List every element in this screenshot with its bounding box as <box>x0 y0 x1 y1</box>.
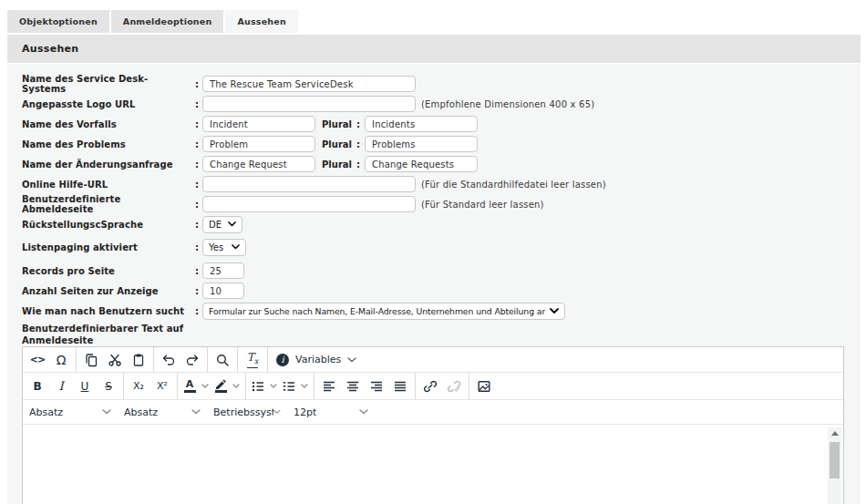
tab-anmeldeoptionen[interactable]: Anmeldeoptionen <box>111 10 224 33</box>
numbered-list-icon <box>282 379 296 394</box>
toolbar-group-align <box>314 373 416 399</box>
insert-image-button[interactable] <box>472 375 496 397</box>
separator: : <box>191 139 202 149</box>
highlight-color-menu-chevron[interactable] <box>230 375 242 397</box>
align-right-icon <box>369 379 384 394</box>
text-color-button[interactable]: A <box>180 375 199 397</box>
link-button[interactable] <box>418 375 442 397</box>
service-name-input[interactable] <box>202 76 416 92</box>
list-paging-label: Listenpaging aktiviert <box>22 242 191 252</box>
row-user-search: Wie man nach Benutzern sucht : Formular … <box>22 303 861 319</box>
logout-page-label: Benutzerdefinierte Abmeldeseite <box>22 194 191 214</box>
help-url-input[interactable] <box>202 176 416 192</box>
toolbar-group-script: X₂ X² <box>124 373 178 399</box>
list-paging-select-value: Yes <box>209 242 223 252</box>
row-default-language: RückstellungscSprache : DE <box>22 216 861 232</box>
font-family-select[interactable]: Betriebssyste... <box>207 400 287 424</box>
search-icon <box>215 353 230 367</box>
toolbar-group-source: <> Ω <box>23 347 77 372</box>
bullet-list-menu-chevron[interactable] <box>267 375 280 397</box>
text-color-menu-chevron[interactable] <box>199 375 211 397</box>
align-left-button[interactable] <box>317 375 341 397</box>
chevron-down-icon <box>232 384 240 388</box>
underline-button[interactable]: U <box>73 375 97 397</box>
separator: : <box>191 242 202 252</box>
source-code-icon: <> <box>30 354 45 365</box>
incident-label: Name des Vorfalls <box>22 119 191 129</box>
numbered-list-button[interactable] <box>280 375 298 397</box>
separator: : <box>191 306 202 316</box>
italic-button[interactable]: I <box>49 375 73 397</box>
scrollbar-thumb[interactable] <box>830 442 840 478</box>
source-code-button[interactable]: <> <box>26 349 49 371</box>
problem-singular-input[interactable] <box>202 136 315 152</box>
variables-label: Variables <box>295 354 341 365</box>
editor-content-area[interactable] <box>23 425 843 504</box>
settings-panel: Name des Service Desk-Systems : Angepass… <box>7 64 861 504</box>
superscript-button[interactable]: X² <box>150 375 174 397</box>
bold-button[interactable]: B <box>26 375 49 397</box>
copy-button[interactable] <box>79 349 103 371</box>
redo-button[interactable] <box>180 349 204 371</box>
bullet-list-button[interactable] <box>249 375 267 397</box>
change-request-singular-input[interactable] <box>202 156 315 172</box>
row-service-name: Name des Service Desk-Systems : <box>22 76 861 92</box>
separator: : <box>191 159 202 170</box>
highlight-color-icon <box>214 379 227 393</box>
paste-button[interactable] <box>127 349 150 371</box>
logo-url-input[interactable] <box>202 96 416 112</box>
language-select[interactable]: DE <box>202 216 242 233</box>
undo-button[interactable] <box>157 349 180 371</box>
separator: : <box>191 119 202 129</box>
chevron-down-icon <box>301 384 308 388</box>
toolbar-group-clipboard <box>77 347 154 372</box>
cut-button[interactable] <box>103 349 127 371</box>
unlink-icon <box>447 379 461 394</box>
align-justify-icon <box>393 379 407 394</box>
bold-icon: B <box>33 380 41 393</box>
records-per-page-input[interactable] <box>202 262 244 279</box>
highlight-color-button[interactable] <box>211 375 230 397</box>
chevron-down-icon <box>359 409 368 415</box>
pages-to-display-input[interactable] <box>202 283 244 299</box>
row-incident-name: Name des Vorfalls : Plural : <box>22 116 861 132</box>
row-help-url: Online Hilfe-URL : (Für die Standardhilf… <box>22 176 861 192</box>
align-right-button[interactable] <box>365 375 388 397</box>
problem-plural-input[interactable] <box>365 136 478 152</box>
strikethrough-button[interactable]: S <box>97 375 120 397</box>
change-request-label: Name der Änderungsanfrage <box>22 159 191 170</box>
strikethrough-icon: S <box>105 380 112 393</box>
logout-page-input[interactable] <box>202 196 416 212</box>
numbered-list-menu-chevron[interactable] <box>298 375 311 397</box>
link-icon <box>423 379 438 394</box>
unlink-button[interactable] <box>442 375 466 397</box>
logout-page-hint: (Für Standard leer lassen) <box>421 200 544 210</box>
block-format-select[interactable]: Absatz <box>23 400 118 424</box>
chevron-down-icon <box>228 221 236 227</box>
list-paging-select[interactable]: Yes <box>202 239 246 256</box>
tab-objektoptionen[interactable]: Objektoptionen <box>7 10 109 33</box>
editor-scrollbar[interactable] <box>828 427 841 504</box>
row-logo-url: Angepasste Logo URL : (Empfohlene Dimens… <box>22 96 861 112</box>
rich-text-editor: <> Ω <box>22 346 844 504</box>
separator: : <box>191 99 202 109</box>
undo-icon <box>161 353 176 367</box>
scrollbar-up-button[interactable] <box>828 427 841 439</box>
incident-plural-input[interactable] <box>365 116 478 132</box>
paragraph-style-select[interactable]: Absatz <box>118 400 207 424</box>
align-justify-button[interactable] <box>388 375 412 397</box>
search-button[interactable] <box>211 349 234 371</box>
change-request-plural-input[interactable] <box>365 156 478 172</box>
clear-formatting-button[interactable]: Tx <box>241 349 264 371</box>
subscript-button[interactable]: X₂ <box>127 375 150 397</box>
italic-icon: I <box>58 379 63 393</box>
font-size-select[interactable]: 12pt <box>287 400 375 424</box>
user-search-select[interactable]: Formular zur Suche nach Namen, E-Mail-Ad… <box>202 303 565 320</box>
anchor-button[interactable]: Ω <box>49 349 73 371</box>
service-name-label: Name des Service Desk-Systems <box>22 74 191 94</box>
incident-singular-input[interactable] <box>202 116 315 132</box>
tab-aussehen[interactable]: Aussehen <box>225 10 297 33</box>
separator: : <box>352 159 365 170</box>
variables-button[interactable]: i Variables <box>271 354 362 366</box>
align-center-button[interactable] <box>341 375 365 397</box>
